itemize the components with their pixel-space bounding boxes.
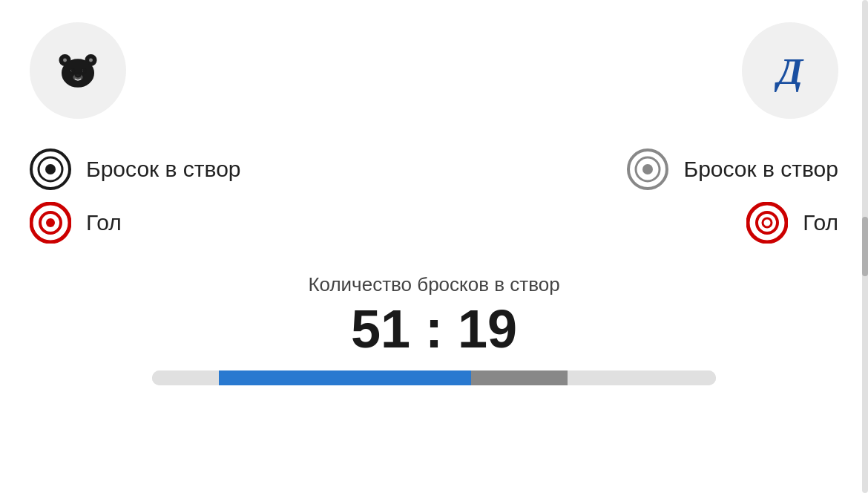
svg-point-21 [46,218,55,227]
goal-icon-left [30,202,71,244]
left-shot-label: Бросок в створ [86,157,241,182]
bear-icon [52,45,104,97]
teams-row: Д [30,22,838,119]
legend-container: Бросок в створ Бросок в створ [30,148,838,244]
progress-gray [471,370,568,385]
right-shot-label: Бросок в створ [683,157,838,182]
svg-point-9 [83,70,85,72]
left-team-logo [30,22,126,119]
progress-remaining [568,370,716,385]
right-team-logo: Д [742,22,838,119]
score-value: 51 : 19 [351,302,517,356]
shot-legend-row: Бросок в створ Бросок в створ [30,148,838,190]
svg-point-8 [72,70,74,72]
svg-point-11 [76,74,81,76]
score-label: Количество бросков в створ [308,273,559,296]
svg-point-24 [763,218,772,227]
progress-left-pad [152,370,219,385]
right-goal-label: Гол [803,210,838,235]
left-goal-label: Гол [86,210,122,235]
right-goal-legend: Гол [746,202,838,244]
dynamo-icon: Д [764,45,816,97]
left-shot-legend: Бросок в створ [30,148,241,190]
progress-blue [219,370,471,385]
svg-point-4 [88,58,93,63]
right-shot-legend: Бросок в створ [627,148,838,190]
scrollbar-thumb[interactable] [862,217,868,276]
shot-icon-right [627,148,668,190]
svg-point-3 [62,58,68,63]
main-container: Д Бросок в створ Бросок в створ [0,0,868,493]
goal-legend-row: Гол Гол [30,202,838,244]
svg-text:Д: Д [775,50,804,92]
scrollbar[interactable] [862,0,868,493]
svg-point-15 [45,164,56,174]
shot-icon-left [30,148,71,190]
left-goal-legend: Гол [30,202,122,244]
progress-bar [152,370,716,385]
goal-icon-right [746,202,788,244]
svg-point-18 [642,164,653,174]
score-section: Количество бросков в створ 51 : 19 [30,273,838,385]
